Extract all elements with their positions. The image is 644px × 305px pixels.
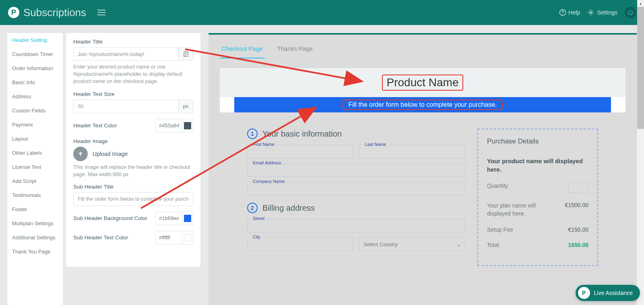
- preview-header: Product Name: [220, 68, 625, 97]
- quantity-label: Quantity: [487, 183, 508, 189]
- live-assist-icon: P: [578, 287, 590, 299]
- header-title-label: Header Title: [73, 39, 193, 45]
- placeholder-picker-icon[interactable]: [179, 47, 193, 61]
- sub-header-text-color-input[interactable]: [155, 231, 182, 245]
- header-text-color-label: Header Text Color: [73, 122, 155, 129]
- first-name-input[interactable]: [247, 145, 353, 158]
- sidebar-item-additional-settings[interactable]: Additional Settings: [7, 230, 63, 245]
- sidebar-item-address[interactable]: Address: [7, 89, 63, 104]
- top-bar: P Subscriptions Help Settings: [0, 0, 644, 25]
- first-name-label: First Name: [251, 142, 276, 147]
- preview-subheader-text: Fill the order form below to complete yo…: [343, 100, 502, 110]
- setup-fee-label: Setup Fee: [487, 226, 513, 233]
- logo-icon: P: [8, 7, 19, 18]
- sidebar-item-add-script[interactable]: Add Script: [7, 174, 63, 188]
- upload-icon: [77, 150, 84, 158]
- svg-point-2: [590, 12, 592, 14]
- email-label: Email Address: [251, 160, 283, 165]
- tab-thanks-page[interactable]: Thanks Page: [276, 42, 314, 58]
- purchase-product-name: Your product name will displayed here.: [487, 157, 588, 174]
- preview-header-title: Product Name: [382, 75, 464, 91]
- header-title-input[interactable]: [73, 47, 179, 61]
- street-label: Street: [251, 216, 266, 221]
- sub-header-text-color-swatch[interactable]: [182, 231, 193, 245]
- gear-icon: [587, 9, 594, 16]
- last-name-input[interactable]: [359, 145, 465, 158]
- purchase-details-title: Purchase Details: [487, 137, 588, 145]
- px-unit-label: px: [179, 100, 193, 113]
- total-value: 1650.00: [568, 242, 588, 248]
- setup-fee-value: €150.00: [568, 226, 588, 233]
- sidebar-item-order-information[interactable]: Order Information: [7, 61, 63, 75]
- header-title-help: Enter your desired product name or use %…: [73, 63, 193, 85]
- quantity-input[interactable]: [568, 183, 588, 193]
- header-text-color-swatch[interactable]: [182, 119, 193, 133]
- sidebar-item-thank-you-page[interactable]: Thank You Page: [7, 245, 63, 259]
- header-settings-form: Header Title Enter your desired product …: [66, 33, 200, 267]
- country-select[interactable]: Select Country: [359, 237, 465, 251]
- plan-price: €1500.00: [565, 202, 588, 208]
- brand-title: Subscriptions: [23, 6, 86, 19]
- section-2-title: Billing address: [262, 203, 315, 213]
- section-1-title: Your basic information: [262, 129, 342, 139]
- help-icon: [559, 9, 566, 16]
- sidebar-item-multiplan-settings[interactable]: Multiplan Settings: [7, 216, 63, 230]
- sidebar-item-header-setting[interactable]: Header Setting: [7, 33, 63, 47]
- preview-tabs: Checkout PageThanks Page: [220, 42, 625, 58]
- power-icon: [627, 9, 634, 16]
- page-scrollbar[interactable]: ▴: [637, 0, 644, 305]
- total-label: Total: [487, 242, 499, 248]
- sub-header-title-input[interactable]: [73, 192, 193, 206]
- preview-subheader: Fill the order form below to complete yo…: [234, 97, 611, 112]
- sidebar-item-payment[interactable]: Payment: [7, 118, 63, 132]
- sidebar-item-other-labels[interactable]: Other Labels: [7, 146, 63, 160]
- header-image-label: Header Image: [73, 138, 193, 144]
- step-2-badge: 2: [247, 203, 258, 213]
- company-input[interactable]: [247, 182, 465, 195]
- header-text-size-label: Header Text Size: [73, 91, 193, 97]
- header-text-color-input[interactable]: [155, 119, 182, 133]
- sidebar-item-countdown-timer[interactable]: Countdown Timer: [7, 47, 63, 61]
- sub-header-bg-input[interactable]: [155, 212, 182, 225]
- live-assistance-button[interactable]: P Live Assistance: [576, 285, 640, 301]
- step-1-badge: 1: [247, 129, 258, 139]
- svg-point-1: [562, 14, 563, 14]
- settings-sidebar: Header SettingCountdown TimerOrder Infor…: [7, 33, 63, 305]
- upload-image-button[interactable]: [73, 147, 88, 161]
- sidebar-item-layout[interactable]: Layout: [7, 132, 63, 146]
- sidebar-item-license-text[interactable]: License Text: [7, 160, 63, 174]
- sidebar-item-footer[interactable]: Footer: [7, 202, 63, 216]
- street-input[interactable]: [247, 219, 465, 232]
- city-label: City: [251, 234, 262, 239]
- settings-button[interactable]: Settings: [587, 9, 617, 16]
- header-text-size-input[interactable]: [73, 100, 179, 113]
- sidebar-item-testimonials[interactable]: Testimonials: [7, 188, 63, 202]
- header-image-help: This image will replace the header title…: [73, 164, 193, 178]
- upload-image-text: Upload Image: [93, 151, 128, 157]
- sidebar-item-basic-info[interactable]: Basic Info: [7, 75, 63, 89]
- company-label: Company Name: [251, 179, 286, 184]
- sub-header-bg-swatch[interactable]: [182, 212, 193, 225]
- sub-header-title-label: Sub Header Title: [73, 184, 193, 190]
- purchase-details-box: Purchase Details Your product name will …: [477, 129, 598, 266]
- menu-icon[interactable]: [97, 8, 105, 17]
- plan-name-text: Your plan name will displayed here.: [487, 202, 547, 218]
- last-name-label: Last Name: [363, 142, 388, 147]
- help-button[interactable]: Help: [559, 9, 580, 16]
- city-input[interactable]: [247, 237, 353, 251]
- sub-header-bg-label: Sub Header Background Color: [73, 215, 155, 221]
- preview-panel: Checkout PageThanks Page Product Name Fi…: [208, 33, 637, 305]
- power-button[interactable]: [625, 7, 636, 18]
- email-input[interactable]: [247, 163, 465, 177]
- sidebar-item-custom-fields[interactable]: Custom Fields: [7, 104, 63, 118]
- tab-checkout-page[interactable]: Checkout Page: [220, 42, 264, 58]
- sub-header-text-color-label: Sub Header Text Color: [73, 234, 155, 241]
